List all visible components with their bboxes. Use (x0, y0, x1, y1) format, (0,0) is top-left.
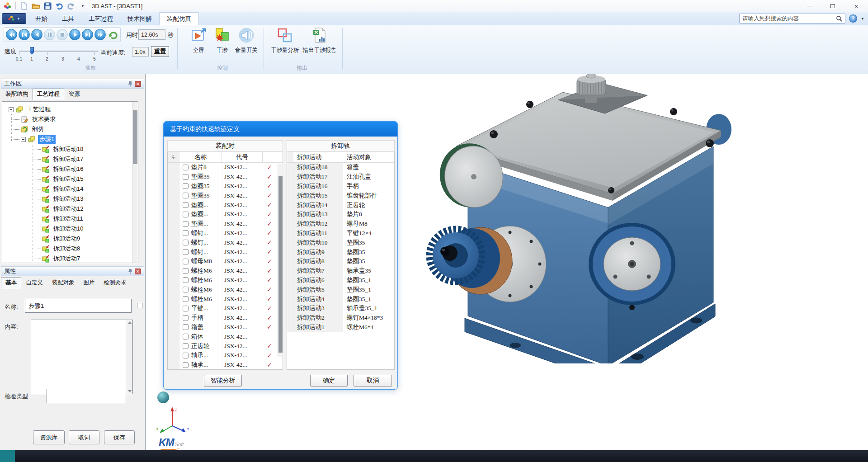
track-row-8[interactable]: 拆卸活动10垫圈35 (287, 238, 394, 247)
tree-item-label[interactable]: 拆卸活动16 (52, 165, 85, 174)
fast-forward-icon[interactable] (94, 29, 106, 40)
part-name[interactable]: 箱盖 (191, 323, 222, 332)
activity-name[interactable]: 拆卸活动2 (293, 313, 343, 323)
scroll-up-icon[interactable] (128, 321, 132, 324)
tree-expander-icon[interactable] (21, 137, 26, 142)
column-header-object[interactable]: 活动对象 (343, 152, 394, 162)
part-code[interactable]: JSX-42... (222, 172, 263, 182)
new-document-icon[interactable] (19, 1, 28, 10)
tree-item-label[interactable]: 拆卸活动15 (52, 174, 85, 184)
part-name[interactable]: 螺栓M6 (191, 285, 222, 294)
gearbox-3d-model[interactable] (425, 74, 741, 363)
part-name[interactable]: 螺栓M6 (191, 266, 222, 276)
tree-item-15[interactable]: 拆卸活动7 (2, 254, 132, 263)
activity-object[interactable]: 垫圈35_1 (343, 285, 394, 294)
tree-item-4[interactable]: 拆卸活动18 (2, 144, 132, 154)
save-icon[interactable] (43, 1, 52, 10)
part-name[interactable]: 螺钉... (191, 247, 222, 257)
part-code[interactable]: JSX-42... (222, 285, 263, 294)
assembly-row-11[interactable]: 螺栓M6JSX-42...✓ (168, 266, 283, 276)
activity-object[interactable]: 平键12×4 (343, 229, 394, 238)
part-code[interactable]: JSX-42... (222, 191, 263, 200)
tree-expander-icon[interactable] (9, 107, 14, 112)
part-code[interactable]: JSX-42... (222, 229, 263, 238)
row-checkbox[interactable] (179, 247, 191, 257)
rewind-icon[interactable] (6, 29, 17, 40)
track-row-14[interactable]: 拆卸活动4垫圈35_1 (287, 294, 394, 304)
tree-item-label[interactable]: 拆卸活动12 (52, 204, 85, 213)
workspace-tab-2[interactable]: 资源 (64, 89, 85, 100)
tree-item-label[interactable]: 拆卸活动13 (52, 194, 85, 203)
part-name[interactable]: 垫圈35 (191, 172, 222, 182)
activity-name[interactable]: 拆卸活动18 (293, 163, 343, 172)
tree-scrollbar[interactable] (132, 102, 138, 263)
row-checkbox[interactable] (179, 229, 191, 238)
part-code[interactable]: JSX-42... (222, 313, 263, 323)
save-step-button[interactable]: 保存 (104, 430, 135, 444)
assembly-row-7[interactable]: 螺钉...JSX-42...✓ (168, 229, 283, 238)
track-row-2[interactable]: 拆卸活动16手柄 (287, 182, 394, 191)
activity-name[interactable]: 拆卸活动5 (293, 285, 343, 294)
activity-name[interactable]: 拆卸活动1 (293, 323, 343, 332)
resource-library-button[interactable]: 资源库 (33, 430, 65, 444)
part-name[interactable]: 手柄 (191, 313, 222, 323)
activity-object[interactable]: 箱盖 (343, 163, 394, 172)
activity-name[interactable]: 拆卸活动4 (293, 294, 343, 304)
part-name[interactable]: 螺栓M6 (191, 294, 222, 304)
column-header-activity[interactable]: 拆卸活动 (293, 152, 343, 162)
row-checkbox[interactable] (179, 304, 191, 313)
tree-item-label[interactable]: 拆卸活动8 (52, 244, 81, 253)
activity-name[interactable]: 拆卸活动14 (293, 200, 343, 210)
assembly-row-4[interactable]: 垫圈...JSX-42...✓ (168, 200, 283, 210)
track-row-13[interactable]: 拆卸活动5垫圈35_1 (287, 285, 394, 294)
scroll-down-icon[interactable] (128, 390, 132, 392)
check-type-field[interactable] (47, 389, 125, 403)
ribbon-tab-3[interactable]: 技术图解 (120, 12, 159, 25)
activity-object[interactable]: 手柄 (343, 182, 394, 191)
assembly-row-2[interactable]: 垫圈35JSX-42...✓ (168, 182, 283, 191)
part-code[interactable]: JSX-42... (222, 219, 263, 229)
orientation-gizmo[interactable]: Z X Y (155, 391, 193, 434)
tree-item-6[interactable]: 拆卸活动16 (2, 164, 132, 174)
open-folder-icon[interactable] (31, 1, 40, 10)
row-checkbox[interactable] (179, 257, 191, 266)
next-icon[interactable] (82, 29, 93, 40)
assembly-row-13[interactable]: 螺栓M6JSX-42...✓ (168, 285, 283, 294)
assembly-row-20[interactable]: 轴承...JSX-42...✓ (168, 351, 283, 360)
elapsed-time-field[interactable]: 12.60s (138, 29, 165, 40)
row-checkbox[interactable] (179, 313, 191, 323)
part-code[interactable]: JSX-42... (222, 257, 263, 266)
part-code[interactable]: JSX-42... (222, 163, 263, 172)
activity-object[interactable]: 垫圈35 (343, 238, 394, 247)
close-button[interactable]: × (844, 0, 868, 12)
tree-item-8[interactable]: 拆卸活动14 (2, 184, 132, 194)
track-row-15[interactable]: 拆卸活动3轴承盖35_1 (287, 304, 394, 313)
row-checkbox[interactable] (179, 238, 191, 247)
tree-item-3[interactable]: 步骤1 (2, 134, 132, 144)
activity-object[interactable]: 垫圈35_1 (343, 294, 394, 304)
part-code[interactable]: JSX-42... (222, 182, 263, 191)
track-row-7[interactable]: 拆卸活动11平键12×4 (287, 229, 394, 238)
drag-handle-icon[interactable] (168, 152, 179, 162)
play-icon[interactable] (69, 29, 80, 40)
tree-item-label[interactable]: 拆卸活动10 (52, 224, 85, 233)
part-name[interactable]: 螺钉... (191, 238, 222, 247)
part-name[interactable]: 轴承... (191, 351, 222, 360)
row-checkbox[interactable] (179, 219, 191, 229)
part-name[interactable]: 箱体 (191, 332, 222, 341)
maximize-button[interactable] (821, 0, 844, 12)
track-row-12[interactable]: 拆卸活动6垫圈35_1 (287, 276, 394, 285)
properties-tab-1[interactable]: 自定义 (21, 277, 47, 289)
activity-object[interactable]: 注油孔盖 (343, 172, 394, 182)
row-checkbox[interactable] (179, 341, 191, 351)
activity-object[interactable]: 锥齿轮部件 (343, 191, 394, 200)
assembly-table-scrollbar[interactable] (278, 164, 283, 357)
assembly-row-17[interactable]: 箱盖JSX-42...✓ (168, 323, 283, 332)
row-checkbox[interactable] (179, 285, 191, 294)
column-header-name[interactable]: 名称 (179, 152, 222, 162)
part-name[interactable]: 垫圈... (191, 219, 222, 229)
activity-object[interactable]: 螺钉M4×18*3 (343, 313, 394, 323)
activity-name[interactable]: 拆卸活动3 (293, 304, 343, 313)
activity-name[interactable]: 拆卸活动11 (293, 229, 343, 238)
tree-item-label[interactable]: 工艺过程 (26, 105, 52, 114)
